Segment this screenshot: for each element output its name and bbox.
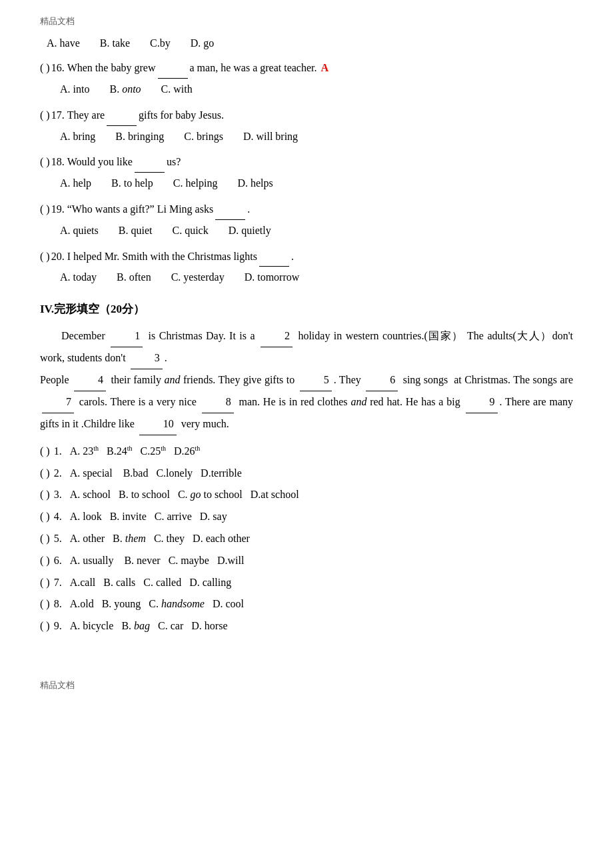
fq4-opts: A. look B. invite C. arrive D. say [70, 507, 227, 527]
q18-text-after: us? [167, 153, 181, 172]
option-have: A. have [47, 34, 80, 53]
prev-options-line: A. have B. take C.by D. go [40, 34, 573, 53]
q20-text-before: I helped Mr. Smith with the Christmas li… [67, 247, 257, 267]
q20-opt-a: A. today [60, 268, 97, 287]
fq6-opts: A. usually B. never C. maybe D.will [70, 551, 245, 571]
q19-opt-c: C. quick [172, 221, 208, 241]
q18-text-before: Would you like [67, 153, 133, 172]
fq7-paren: ( ) [40, 573, 50, 593]
fill-q7: ( ) 7. A.call B. calls C. called D. call… [40, 573, 573, 593]
q16-num: 16. [51, 59, 65, 78]
q20-blank [259, 247, 289, 267]
fq9-num: 9. [54, 617, 62, 636]
fill-q9: ( ) 9. A. bicycle B. bag C. car D. horse [40, 617, 573, 636]
q18-options: A. help B. to help C. helping D. helps [40, 174, 573, 193]
fill-q3: ( ) 3. A. school B. to school C. go to s… [40, 485, 573, 505]
q19-paren: ( ) [40, 200, 50, 219]
question-17: ( ) 17. They are gifts for baby Jesus. A… [40, 106, 573, 147]
fq3-num: 3. [54, 485, 62, 505]
fill-q8: ( ) 8. A.old B. young C. handsome D. coo… [40, 595, 573, 614]
q19-opt-a: A. quiets [60, 221, 99, 241]
fq8-num: 8. [54, 595, 62, 614]
option-by: C.by [150, 34, 171, 53]
question-16: ( ) 16. When the baby grew a man, he was… [40, 59, 573, 99]
q16-text-after: a man, he was a great teacher. [190, 59, 317, 78]
q18-opt-b: B. to help [111, 174, 153, 193]
fq3-paren: ( ) [40, 485, 50, 505]
q17-paren: ( ) [40, 106, 50, 125]
fq9-opts: A. bicycle B. bag C. car D. horse [70, 617, 228, 636]
q17-text-after: gifts for baby Jesus. [139, 106, 224, 125]
section4-header: IV.完形填空（20分） [40, 299, 573, 320]
q18-paren: ( ) [40, 153, 50, 172]
q16-opt-a: A. into [60, 80, 89, 99]
option-take: B. take [100, 34, 130, 53]
blank-4: 4 [74, 369, 106, 391]
fq6-num: 6. [54, 551, 62, 571]
blank-3: 3 [131, 347, 163, 369]
q20-options: A. today B. often C. yesterday D. tomorr… [40, 268, 573, 287]
fq8-paren: ( ) [40, 595, 50, 614]
fq5-num: 5. [54, 529, 62, 549]
fq8-opts: A.old B. young C. handsome D. cool [70, 595, 244, 614]
q19-text-before: “Who wants a gift?” Li Ming asks [67, 200, 214, 219]
q17-num: 17. [51, 106, 65, 125]
q16-paren: ( ) [40, 59, 50, 78]
q16-text-before: When the baby grew [67, 59, 156, 78]
fq2-num: 2. [54, 464, 62, 483]
q18-blank [135, 153, 165, 173]
fq7-opts: A.call B. calls C. called D. calling [70, 573, 232, 593]
watermark-bottom: 精品文档 [40, 677, 573, 693]
blank-6: 6 [366, 369, 398, 391]
q16-opt-c: C. with [161, 80, 193, 99]
fq1-paren: ( ) [40, 442, 50, 461]
q17-text-before: They are [67, 106, 105, 125]
q18-opt-d: D. helps [237, 174, 273, 193]
watermark-top: 精品文档 [40, 13, 573, 29]
q20-opt-c: C. yesterday [171, 268, 225, 287]
q17-opt-a: A. bring [60, 127, 95, 147]
fq2-opts: A. special B.bad C.lonely D.terrible [70, 464, 242, 483]
q17-options: A. bring B. bringing C. brings D. will b… [40, 127, 573, 147]
blank-10: 10 [139, 413, 177, 435]
blank-2: 2 [261, 325, 293, 347]
fq1-num: 1. [54, 442, 62, 461]
fill-q1: ( ) 1. A. 23th B.24th C.25th D.26th [40, 442, 573, 461]
fq3-opts: A. school B. to school C. go to school D… [70, 485, 299, 505]
fq4-num: 4. [54, 507, 62, 527]
q16-opt-b: B. onto [109, 80, 141, 99]
q18-opt-c: C. helping [173, 174, 218, 193]
q20-paren: ( ) [40, 247, 50, 267]
option-go: D. go [191, 34, 215, 53]
q19-text-after: . [247, 200, 250, 219]
q17-opt-d: D. will bring [243, 127, 298, 147]
fq4-paren: ( ) [40, 507, 50, 527]
fill-q4: ( ) 4. A. look B. invite C. arrive D. sa… [40, 507, 573, 527]
q18-opt-a: A. help [60, 174, 91, 193]
blank-8: 8 [202, 391, 234, 413]
fill-q6: ( ) 6. A. usually B. never C. maybe D.wi… [40, 551, 573, 571]
q20-text-after: . [291, 247, 294, 267]
blank-1: 1 [111, 325, 143, 347]
q20-opt-b: B. often [117, 268, 151, 287]
q20-num: 20. [51, 247, 65, 267]
passage-text: December 1 is Christmas Day. It is a 2 h… [40, 325, 573, 435]
q19-opt-b: B. quiet [119, 221, 153, 241]
fill-q5: ( ) 5. A. other B. them C. they D. each … [40, 529, 573, 549]
fq2-paren: ( ) [40, 464, 50, 483]
fq7-num: 7. [54, 573, 62, 593]
blank-9: 9 [466, 391, 498, 413]
q19-blank [215, 200, 245, 220]
q19-opt-d: D. quietly [229, 221, 271, 241]
q16-blank [158, 59, 188, 79]
q17-opt-b: B. bringing [115, 127, 164, 147]
fq6-paren: ( ) [40, 551, 50, 571]
q19-options: A. quiets B. quiet C. quick D. quietly [40, 221, 573, 241]
q18-num: 18. [51, 153, 65, 172]
question-19: ( ) 19. “Who wants a gift?” Li Ming asks… [40, 200, 573, 241]
q17-blank [107, 106, 137, 126]
q19-num: 19. [51, 200, 65, 219]
q20-opt-d: D. tomorrow [245, 268, 300, 287]
q16-answer: A [321, 59, 329, 78]
q16-options: A. into B. onto C. with [40, 80, 573, 99]
